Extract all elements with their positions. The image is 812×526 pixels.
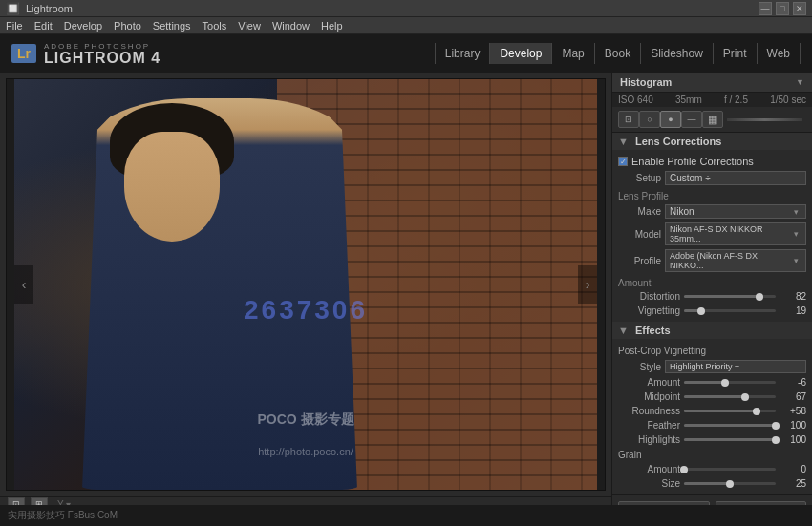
model-dropdown[interactable]: Nikon AF-S DX NIKKOR 35mm... ▾ [665,222,806,245]
make-row: Make Nikon ▾ [612,202,812,221]
bottom-strip: ⊡ ⊞ Y ▾ [0,496,611,505]
tool-gradient[interactable]: ▦ [702,111,723,128]
grain-amount-label: Amount [618,464,680,474]
tool-crop[interactable]: ⊡ [618,111,639,128]
titlebar-icon: 🔲 [6,2,20,15]
profile-row: Profile Adobe (Nikon AF-S DX NIKKO... ▾ [612,247,812,274]
menu-photo[interactable]: Photo [114,20,141,32]
grain-size-thumb[interactable] [726,480,734,488]
lens-corrections-content: ✓ Enable Profile Corrections Setup Custo… [612,150,812,322]
effects-title: ▼ Effects [618,325,671,336]
menu-view[interactable]: View [238,20,261,32]
bottom-bar: 实用摄影技巧 FsBus.CoM [0,505,812,526]
grain-amount-slider[interactable] [684,468,776,471]
effects-amount-thumb[interactable] [721,379,729,387]
app: Lr ADOBE PHOTOSHOP LIGHTROOM 4 Library D… [0,34,812,526]
midpoint-thumb[interactable] [741,393,749,401]
photo-container: 2637306 POCO 摄影专题 http://photo.poco.cn/ … [14,79,597,490]
grain-size-label: Size [618,478,680,489]
tab-book[interactable]: Book [595,43,641,64]
distortion-fill [684,295,759,298]
strip-icon-compare[interactable]: ⊞ [31,497,48,505]
tab-develop[interactable]: Develop [490,43,552,64]
logo-area: Lr ADOBE PHOTOSHOP LIGHTROOM 4 [11,42,160,66]
bottom-buttons: Previous Reset [612,494,812,505]
tab-slideshow[interactable]: Slideshow [641,43,714,64]
lens-corrections-title: ▼ Lens Corrections [618,136,721,147]
menu-settings[interactable]: Settings [153,20,191,32]
effects-section: ▼ Effects Post-Crop Vignetting Style Hig… [612,322,812,494]
lightroom-text: LIGHTROOM 4 [44,51,160,66]
highlights-thumb[interactable] [772,436,780,444]
grain-size-slider[interactable] [684,482,776,485]
roundness-slider[interactable] [684,410,776,412]
tool-redeye[interactable]: ● [660,111,681,128]
effects-amount-slider[interactable] [684,381,776,384]
strip-left-icons: ⊡ ⊞ Y ▾ [8,497,71,505]
midpoint-row: Midpoint 67 [612,389,812,404]
grain-amount-thumb[interactable] [680,466,688,473]
histogram-title: Histogram [620,76,672,88]
vignetting-thumb[interactable] [697,307,705,315]
vignetting-slider[interactable] [684,309,776,312]
titlebar: 🔲 Lightroom — □ ✕ [0,0,812,17]
tab-web[interactable]: Web [758,43,801,64]
strip-icon-folder[interactable]: ⊡ [8,497,25,505]
midpoint-slider[interactable] [684,395,776,398]
iso-value: ISO 640 [618,95,653,105]
highlights-value: 100 [780,434,806,445]
style-dropdown[interactable]: Highlight Priority ÷ [665,360,806,373]
effects-amount-row: Amount -6 [612,375,812,389]
enable-profile-checkbox[interactable]: ✓ [618,157,628,166]
tab-map[interactable]: Map [552,43,594,64]
menu-file[interactable]: File [6,20,23,32]
histogram-header[interactable]: Histogram ▼ [612,73,812,93]
setup-dropdown[interactable]: Custom ÷ [665,171,806,185]
tab-print[interactable]: Print [714,43,758,64]
next-image-arrow[interactable]: › [578,265,597,304]
distortion-slider[interactable] [684,295,776,298]
left-area: 2637306 POCO 摄影专题 http://photo.poco.cn/ … [0,73,611,505]
grain-heading-row: Grain [612,447,812,462]
lens-profile-heading: Lens Profile [618,191,669,201]
menu-tools[interactable]: Tools [203,20,227,32]
effects-header[interactable]: ▼ Effects [612,322,812,339]
feather-slider[interactable] [684,424,776,427]
highlights-slider[interactable] [684,438,776,441]
make-label: Make [618,206,661,217]
menu-edit[interactable]: Edit [34,20,53,32]
grain-size-value: 25 [780,478,806,489]
close-button[interactable]: ✕ [793,2,806,15]
effects-amount-label: Amount [618,377,680,388]
feather-thumb[interactable] [772,422,780,430]
menu-develop[interactable]: Develop [64,20,102,32]
lens-corrections-header[interactable]: ▼ Lens Corrections [612,133,812,150]
bottom-text: 实用摄影技巧 FsBus.CoM [8,509,118,522]
profile-label: Profile [618,256,661,266]
model-row: Model Nikon AF-S DX NIKKOR 35mm... ▾ [612,221,812,247]
slider-bar-tool[interactable] [727,118,802,121]
nav-tabs: Library Develop Map Book Slideshow Print… [435,43,801,64]
top-nav: Lr ADOBE PHOTOSHOP LIGHTROOM 4 Library D… [0,34,812,73]
grain-amount-row: Amount 0 [612,462,812,476]
tool-spot[interactable]: ○ [639,111,660,128]
grain-size-row: Size 25 [612,476,812,491]
minimize-button[interactable]: — [759,2,772,15]
maximize-button[interactable]: □ [776,2,789,15]
tab-library[interactable]: Library [435,43,491,64]
amount-heading: Amount [618,278,651,288]
style-value: Highlight Priority ÷ [670,362,739,371]
roundness-thumb[interactable] [753,408,760,415]
setup-label: Setup [618,173,661,183]
highlights-fill [684,438,776,441]
tool-brush[interactable]: — [681,111,702,128]
prev-image-arrow[interactable]: ‹ [14,265,33,304]
distortion-thumb[interactable] [756,293,763,301]
enable-profile-row[interactable]: ✓ Enable Profile Corrections [612,154,812,169]
menu-window[interactable]: Window [272,20,310,32]
right-panel: Histogram ▼ [611,73,812,505]
menu-help[interactable]: Help [321,20,343,32]
profile-dropdown[interactable]: Adobe (Nikon AF-S DX NIKKO... ▾ [665,249,806,272]
grain-heading: Grain [618,450,641,460]
make-dropdown[interactable]: Nikon ▾ [665,204,806,219]
